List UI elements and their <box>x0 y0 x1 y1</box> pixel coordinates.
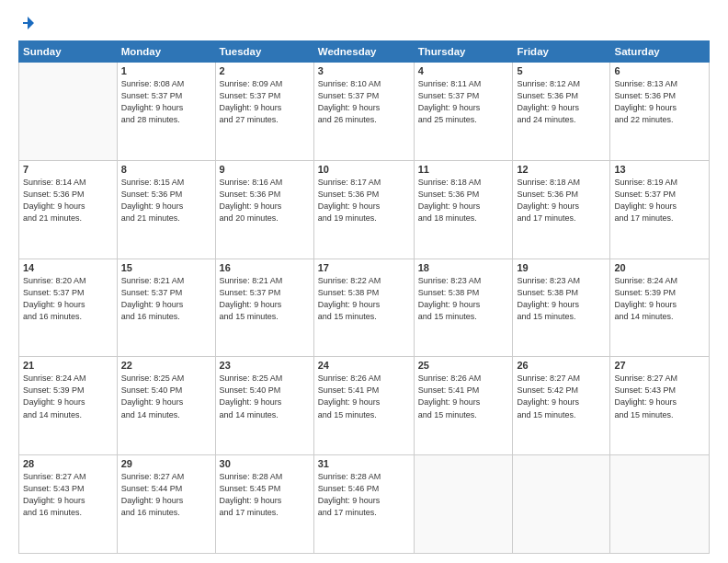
day-info: Sunrise: 8:17 AM Sunset: 5:36 PM Dayligh… <box>318 177 410 224</box>
calendar-cell: 6Sunrise: 8:13 AM Sunset: 5:36 PM Daylig… <box>610 63 710 161</box>
day-number: 10 <box>318 164 410 175</box>
day-number: 31 <box>318 458 410 469</box>
day-info: Sunrise: 8:08 AM Sunset: 5:37 PM Dayligh… <box>121 78 211 126</box>
calendar-cell: 24Sunrise: 8:26 AM Sunset: 5:41 PM Dayli… <box>313 357 414 455</box>
logo <box>18 15 36 31</box>
calendar-week-row: 7Sunrise: 8:14 AM Sunset: 5:36 PM Daylig… <box>19 160 710 259</box>
calendar-cell: 8Sunrise: 8:15 AM Sunset: 5:36 PM Daylig… <box>117 160 215 259</box>
day-number: 24 <box>318 360 410 371</box>
day-info: Sunrise: 8:21 AM Sunset: 5:37 PM Dayligh… <box>121 275 211 323</box>
day-number: 25 <box>418 360 509 371</box>
day-number: 14 <box>23 262 113 273</box>
day-info: Sunrise: 8:10 AM Sunset: 5:37 PM Dayligh… <box>318 78 410 126</box>
day-info: Sunrise: 8:11 AM Sunset: 5:37 PM Dayligh… <box>418 78 509 126</box>
calendar-week-row: 1Sunrise: 8:08 AM Sunset: 5:37 PM Daylig… <box>19 63 710 161</box>
calendar-cell: 27Sunrise: 8:27 AM Sunset: 5:43 PM Dayli… <box>610 357 710 455</box>
calendar-cell: 13Sunrise: 8:19 AM Sunset: 5:37 PM Dayli… <box>610 160 710 259</box>
day-number: 7 <box>23 164 113 175</box>
calendar-cell: 20Sunrise: 8:24 AM Sunset: 5:39 PM Dayli… <box>610 259 710 357</box>
day-info: Sunrise: 8:24 AM Sunset: 5:39 PM Dayligh… <box>614 275 705 323</box>
calendar-cell <box>414 455 513 554</box>
day-number: 19 <box>517 262 606 273</box>
calendar-cell: 3Sunrise: 8:10 AM Sunset: 5:37 PM Daylig… <box>313 63 414 161</box>
day-number: 30 <box>220 458 310 469</box>
day-info: Sunrise: 8:27 AM Sunset: 5:43 PM Dayligh… <box>614 373 705 420</box>
day-info: Sunrise: 8:25 AM Sunset: 5:40 PM Dayligh… <box>220 373 310 420</box>
weekday-header: Tuesday <box>215 41 313 63</box>
calendar-cell: 22Sunrise: 8:25 AM Sunset: 5:40 PM Dayli… <box>117 357 215 455</box>
day-info: Sunrise: 8:26 AM Sunset: 5:41 PM Dayligh… <box>318 373 410 420</box>
calendar-cell: 18Sunrise: 8:23 AM Sunset: 5:38 PM Dayli… <box>414 259 513 357</box>
day-info: Sunrise: 8:22 AM Sunset: 5:38 PM Dayligh… <box>318 275 410 323</box>
day-number: 16 <box>220 262 310 273</box>
day-info: Sunrise: 8:23 AM Sunset: 5:38 PM Dayligh… <box>517 275 606 323</box>
day-number: 21 <box>23 360 113 371</box>
calendar-cell <box>610 455 710 554</box>
calendar-table: SundayMondayTuesdayWednesdayThursdayFrid… <box>18 40 710 554</box>
day-info: Sunrise: 8:27 AM Sunset: 5:44 PM Dayligh… <box>121 471 211 519</box>
weekday-header: Friday <box>513 41 610 63</box>
svg-marker-0 <box>23 17 34 29</box>
day-number: 1 <box>121 65 211 76</box>
day-info: Sunrise: 8:15 AM Sunset: 5:36 PM Dayligh… <box>121 177 211 224</box>
calendar-cell: 17Sunrise: 8:22 AM Sunset: 5:38 PM Dayli… <box>313 259 414 357</box>
header <box>18 15 710 31</box>
day-number: 18 <box>418 262 509 273</box>
day-number: 29 <box>121 458 211 469</box>
day-number: 9 <box>220 164 310 175</box>
calendar-cell: 26Sunrise: 8:27 AM Sunset: 5:42 PM Dayli… <box>513 357 610 455</box>
day-info: Sunrise: 8:26 AM Sunset: 5:41 PM Dayligh… <box>418 373 509 420</box>
day-number: 12 <box>517 164 606 175</box>
day-number: 28 <box>23 458 113 469</box>
calendar-cell: 10Sunrise: 8:17 AM Sunset: 5:36 PM Dayli… <box>313 160 414 259</box>
day-info: Sunrise: 8:23 AM Sunset: 5:38 PM Dayligh… <box>418 275 509 323</box>
day-info: Sunrise: 8:27 AM Sunset: 5:42 PM Dayligh… <box>517 373 606 420</box>
day-info: Sunrise: 8:09 AM Sunset: 5:37 PM Dayligh… <box>220 78 310 126</box>
calendar-week-row: 14Sunrise: 8:20 AM Sunset: 5:37 PM Dayli… <box>19 259 710 357</box>
calendar-cell: 12Sunrise: 8:18 AM Sunset: 5:36 PM Dayli… <box>513 160 610 259</box>
calendar-cell: 16Sunrise: 8:21 AM Sunset: 5:37 PM Dayli… <box>215 259 313 357</box>
calendar-cell: 15Sunrise: 8:21 AM Sunset: 5:37 PM Dayli… <box>117 259 215 357</box>
day-info: Sunrise: 8:19 AM Sunset: 5:37 PM Dayligh… <box>614 177 705 224</box>
calendar-cell: 23Sunrise: 8:25 AM Sunset: 5:40 PM Dayli… <box>215 357 313 455</box>
weekday-header: Wednesday <box>313 41 414 63</box>
calendar-cell: 30Sunrise: 8:28 AM Sunset: 5:45 PM Dayli… <box>215 455 313 554</box>
calendar-cell: 7Sunrise: 8:14 AM Sunset: 5:36 PM Daylig… <box>19 160 118 259</box>
day-info: Sunrise: 8:14 AM Sunset: 5:36 PM Dayligh… <box>23 177 113 224</box>
day-number: 8 <box>121 164 211 175</box>
day-number: 2 <box>220 65 310 76</box>
weekday-header: Sunday <box>19 41 118 63</box>
day-info: Sunrise: 8:21 AM Sunset: 5:37 PM Dayligh… <box>220 275 310 323</box>
calendar-cell: 5Sunrise: 8:12 AM Sunset: 5:36 PM Daylig… <box>513 63 610 161</box>
day-number: 23 <box>220 360 310 371</box>
calendar-cell: 2Sunrise: 8:09 AM Sunset: 5:37 PM Daylig… <box>215 63 313 161</box>
day-number: 4 <box>418 65 509 76</box>
calendar-header-row: SundayMondayTuesdayWednesdayThursdayFrid… <box>19 41 710 63</box>
calendar-cell: 4Sunrise: 8:11 AM Sunset: 5:37 PM Daylig… <box>414 63 513 161</box>
day-number: 5 <box>517 65 606 76</box>
calendar-cell: 1Sunrise: 8:08 AM Sunset: 5:37 PM Daylig… <box>117 63 215 161</box>
day-number: 15 <box>121 262 211 273</box>
day-info: Sunrise: 8:20 AM Sunset: 5:37 PM Dayligh… <box>23 275 113 323</box>
weekday-header: Monday <box>117 41 215 63</box>
calendar-cell: 29Sunrise: 8:27 AM Sunset: 5:44 PM Dayli… <box>117 455 215 554</box>
day-info: Sunrise: 8:28 AM Sunset: 5:45 PM Dayligh… <box>220 471 310 519</box>
day-info: Sunrise: 8:16 AM Sunset: 5:36 PM Dayligh… <box>220 177 310 224</box>
day-info: Sunrise: 8:12 AM Sunset: 5:36 PM Dayligh… <box>517 78 606 126</box>
logo-icon <box>19 15 36 31</box>
day-number: 17 <box>318 262 410 273</box>
day-number: 13 <box>614 164 705 175</box>
calendar-cell: 31Sunrise: 8:28 AM Sunset: 5:46 PM Dayli… <box>313 455 414 554</box>
calendar-cell <box>513 455 610 554</box>
calendar-cell: 14Sunrise: 8:20 AM Sunset: 5:37 PM Dayli… <box>19 259 118 357</box>
calendar-cell: 11Sunrise: 8:18 AM Sunset: 5:36 PM Dayli… <box>414 160 513 259</box>
calendar-cell: 21Sunrise: 8:24 AM Sunset: 5:39 PM Dayli… <box>19 357 118 455</box>
weekday-header: Thursday <box>414 41 513 63</box>
day-info: Sunrise: 8:28 AM Sunset: 5:46 PM Dayligh… <box>318 471 410 519</box>
day-info: Sunrise: 8:27 AM Sunset: 5:43 PM Dayligh… <box>23 471 113 519</box>
day-number: 22 <box>121 360 211 371</box>
day-number: 26 <box>517 360 606 371</box>
day-info: Sunrise: 8:25 AM Sunset: 5:40 PM Dayligh… <box>121 373 211 420</box>
calendar-cell: 28Sunrise: 8:27 AM Sunset: 5:43 PM Dayli… <box>19 455 118 554</box>
calendar-cell: 9Sunrise: 8:16 AM Sunset: 5:36 PM Daylig… <box>215 160 313 259</box>
